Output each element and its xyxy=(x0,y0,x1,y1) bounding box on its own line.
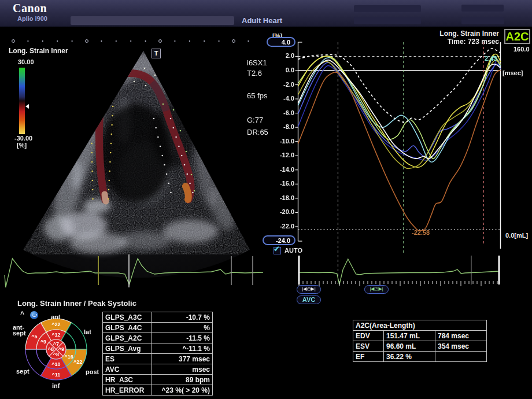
volume-table-cell: 151.47 mL xyxy=(384,331,435,341)
wall-label-lat: lat xyxy=(84,329,91,335)
svg-text:^11: ^11 xyxy=(52,372,61,378)
glps-row-label: ES xyxy=(103,354,152,364)
svg-text:^16: ^16 xyxy=(64,354,73,360)
glps-row-value: -11.5 % xyxy=(152,333,213,343)
y-min-control[interactable]: -24.0 xyxy=(263,235,295,245)
y-max-control[interactable]: 4.0 xyxy=(267,37,295,47)
glps-row-value: ^23 %( > 20 %) xyxy=(152,385,213,396)
volume-table-title: A2C(Area-Length) xyxy=(353,320,487,331)
check-icon: ✔ xyxy=(274,245,280,253)
svg-text:^12: ^12 xyxy=(51,332,60,338)
wall-label-sept: sept xyxy=(16,368,29,374)
rotate-view-icon[interactable] xyxy=(30,311,38,319)
y-tick-label: -8.0 xyxy=(260,123,294,130)
glps-row-value: ^-11.1 % xyxy=(152,343,213,354)
colorbar-max: 30.00 xyxy=(18,58,34,65)
ecg-trace-right xyxy=(299,256,499,286)
peak-strain-value: -22.58 xyxy=(412,229,430,236)
volume-table-cell: ESV xyxy=(353,341,384,352)
ultrasound-screen: Canon Aplio i900 Adult Heart xyxy=(0,0,532,399)
end-strain-value: 2.43 xyxy=(485,55,497,62)
y-tick-label: -4.0 xyxy=(260,95,294,102)
svg-text:^22: ^22 xyxy=(51,322,60,327)
view-badge: A2C xyxy=(504,29,530,44)
y-tick-label: -18.0 xyxy=(260,194,294,201)
glps-row-label: GLPS_Avg xyxy=(103,343,152,354)
chart-title: Long. Strain Inner xyxy=(405,29,499,38)
svg-text:^9: ^9 xyxy=(40,339,46,345)
volume-table-cell: EDV xyxy=(353,331,384,341)
auto-checkbox[interactable]: ✔ xyxy=(274,247,281,254)
wall-label-ant-sept: ant- sept xyxy=(13,324,26,336)
volume-table: A2C(Area-Length)EDV151.47 mL784 msecESV9… xyxy=(353,320,487,362)
echo-image xyxy=(12,46,260,278)
analysis-title: Long. Strain Inner / Peak Systolic xyxy=(17,299,136,308)
width-ruler xyxy=(12,40,249,43)
glps-row-value: msec xyxy=(152,364,213,375)
volume-table-cell: 36.22 % xyxy=(384,352,435,362)
y-tick-label: -14.0 xyxy=(260,166,294,173)
colorbar-unit: [%] xyxy=(17,142,27,149)
cine-step-button-right[interactable]: |◀◷▶| xyxy=(364,285,389,294)
wall-label-post: post xyxy=(86,369,99,375)
y-tick-label: 2.0 xyxy=(260,52,294,59)
y-tick-label: -20.0 xyxy=(260,208,294,215)
y-tick-label: -10.0 xyxy=(260,138,294,145)
glps-row-value: 89 bpm xyxy=(152,375,213,385)
wall-label-ant: ant xyxy=(51,314,61,320)
svg-text:^5: ^5 xyxy=(31,334,37,339)
y-tick-label: 0.0 xyxy=(260,66,294,73)
glps-row-label: HR_A3C xyxy=(103,375,152,385)
glps-row-label: GLPS_A2C xyxy=(103,333,152,343)
strain-chart-grid xyxy=(295,42,501,284)
volume-table-cell: EF xyxy=(353,352,384,362)
svg-text:^22: ^22 xyxy=(73,359,82,365)
volume-axis-bottom: 0.0[mL] xyxy=(505,232,528,239)
glps-table: GLPS_A3C-10.7 %GLPS_A4C%GLPS_A2C-11.5 %G… xyxy=(102,312,213,396)
y-tick-label: -22.0 xyxy=(260,223,294,230)
svg-text:^8: ^8 xyxy=(53,352,59,357)
probe-label: i6SX1 xyxy=(247,58,267,67)
colorbar-marker xyxy=(25,104,29,109)
orientation-marker: T xyxy=(152,49,161,58)
glps-row-label: HR_ERROR xyxy=(103,385,152,396)
strain-curve-segment-1 xyxy=(298,70,501,231)
svg-text:^9: ^9 xyxy=(58,346,64,352)
volume-table-cell xyxy=(435,352,487,362)
colorbar-min: -30.00 xyxy=(14,135,32,142)
y-tick-label: -12.0 xyxy=(260,152,294,158)
y-tick-label: -16.0 xyxy=(260,180,294,187)
volume-table-cell: 784 msec xyxy=(435,331,487,341)
time-axis-unit: [msec] xyxy=(503,69,523,76)
bullseye-plot[interactable]: ^22^22^11^5^12^16^10^9^8^7^9^8 xyxy=(25,319,87,380)
glps-row-value: 377 msec xyxy=(152,354,213,364)
avc-button[interactable]: AVC xyxy=(297,295,321,304)
volume-axis-top: 160.0 xyxy=(513,46,530,53)
mode-label: Long. Strain Inner xyxy=(9,47,68,55)
cine-step-button-left[interactable]: |◀◷▶| xyxy=(297,285,321,294)
y-tick-label: -2.0 xyxy=(260,81,294,88)
y-tick-label: -6.0 xyxy=(260,109,294,116)
glps-row-label: GLPS_A4C xyxy=(103,323,152,333)
glps-row-value: -10.7 % xyxy=(152,312,213,323)
strain-colorbar xyxy=(19,68,25,134)
svg-text:^10: ^10 xyxy=(51,361,60,367)
wall-label-inf: inf xyxy=(52,383,60,389)
strain-curves xyxy=(298,49,501,231)
auto-label: AUTO xyxy=(285,247,302,254)
chart-time: Time: 723 msec xyxy=(405,38,499,46)
volume-table-cell: 354 msec xyxy=(435,341,487,352)
glps-row-value: % xyxy=(152,323,213,333)
volume-table-cell: 96.60 mL xyxy=(384,341,435,352)
collapse-chevron-icon[interactable]: ^ xyxy=(20,310,24,318)
glps-row-label: AVC xyxy=(103,364,152,375)
glps-row-label: GLPS_A3C xyxy=(103,312,152,323)
